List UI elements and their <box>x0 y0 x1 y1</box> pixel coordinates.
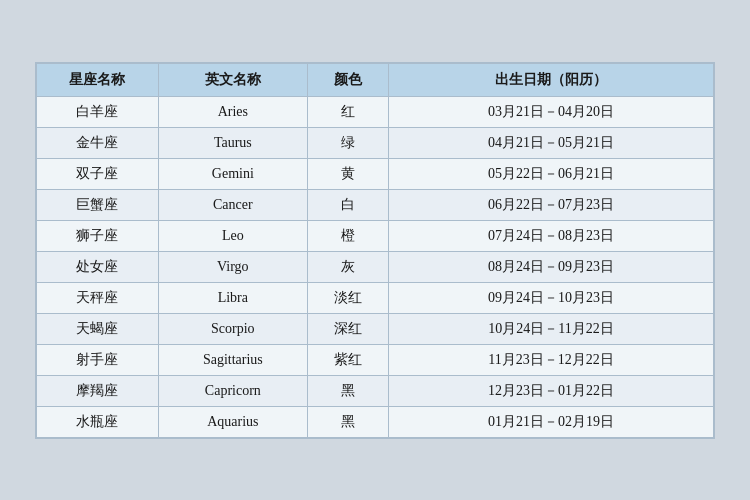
table-row: 金牛座Taurus绿04月21日－05月21日 <box>37 127 714 158</box>
cell-chinese: 天秤座 <box>37 282 159 313</box>
cell-chinese: 射手座 <box>37 344 159 375</box>
cell-english: Gemini <box>158 158 307 189</box>
cell-date: 07月24日－08月23日 <box>389 220 714 251</box>
header-date: 出生日期（阳历） <box>389 63 714 96</box>
table-row: 射手座Sagittarius紫红11月23日－12月22日 <box>37 344 714 375</box>
cell-color: 黑 <box>307 406 388 437</box>
cell-chinese: 白羊座 <box>37 96 159 127</box>
cell-color: 橙 <box>307 220 388 251</box>
cell-date: 12月23日－01月22日 <box>389 375 714 406</box>
table-row: 水瓶座Aquarius黑01月21日－02月19日 <box>37 406 714 437</box>
cell-color: 红 <box>307 96 388 127</box>
cell-date: 09月24日－10月23日 <box>389 282 714 313</box>
cell-chinese: 双子座 <box>37 158 159 189</box>
zodiac-table: 星座名称 英文名称 颜色 出生日期（阳历） 白羊座Aries红03月21日－04… <box>36 63 714 438</box>
cell-english: Scorpio <box>158 313 307 344</box>
cell-color: 黑 <box>307 375 388 406</box>
table-row: 巨蟹座Cancer白06月22日－07月23日 <box>37 189 714 220</box>
cell-date: 10月24日－11月22日 <box>389 313 714 344</box>
cell-english: Virgo <box>158 251 307 282</box>
header-english: 英文名称 <box>158 63 307 96</box>
zodiac-table-container: 星座名称 英文名称 颜色 出生日期（阳历） 白羊座Aries红03月21日－04… <box>35 62 715 439</box>
cell-chinese: 天蝎座 <box>37 313 159 344</box>
cell-color: 深红 <box>307 313 388 344</box>
table-row: 狮子座Leo橙07月24日－08月23日 <box>37 220 714 251</box>
cell-date: 05月22日－06月21日 <box>389 158 714 189</box>
cell-color: 紫红 <box>307 344 388 375</box>
header-color: 颜色 <box>307 63 388 96</box>
table-row: 白羊座Aries红03月21日－04月20日 <box>37 96 714 127</box>
cell-english: Taurus <box>158 127 307 158</box>
cell-chinese: 水瓶座 <box>37 406 159 437</box>
cell-date: 01月21日－02月19日 <box>389 406 714 437</box>
table-row: 双子座Gemini黄05月22日－06月21日 <box>37 158 714 189</box>
cell-chinese: 摩羯座 <box>37 375 159 406</box>
cell-chinese: 巨蟹座 <box>37 189 159 220</box>
table-row: 天秤座Libra淡红09月24日－10月23日 <box>37 282 714 313</box>
cell-english: Cancer <box>158 189 307 220</box>
cell-chinese: 金牛座 <box>37 127 159 158</box>
table-row: 天蝎座Scorpio深红10月24日－11月22日 <box>37 313 714 344</box>
table-row: 摩羯座Capricorn黑12月23日－01月22日 <box>37 375 714 406</box>
cell-date: 08月24日－09月23日 <box>389 251 714 282</box>
cell-date: 11月23日－12月22日 <box>389 344 714 375</box>
cell-english: Libra <box>158 282 307 313</box>
cell-color: 白 <box>307 189 388 220</box>
cell-color: 黄 <box>307 158 388 189</box>
table-row: 处女座Virgo灰08月24日－09月23日 <box>37 251 714 282</box>
table-header-row: 星座名称 英文名称 颜色 出生日期（阳历） <box>37 63 714 96</box>
cell-english: Aries <box>158 96 307 127</box>
cell-color: 绿 <box>307 127 388 158</box>
cell-date: 03月21日－04月20日 <box>389 96 714 127</box>
cell-chinese: 狮子座 <box>37 220 159 251</box>
cell-english: Leo <box>158 220 307 251</box>
cell-color: 灰 <box>307 251 388 282</box>
header-chinese: 星座名称 <box>37 63 159 96</box>
cell-date: 04月21日－05月21日 <box>389 127 714 158</box>
cell-english: Sagittarius <box>158 344 307 375</box>
cell-chinese: 处女座 <box>37 251 159 282</box>
cell-english: Capricorn <box>158 375 307 406</box>
cell-english: Aquarius <box>158 406 307 437</box>
cell-color: 淡红 <box>307 282 388 313</box>
cell-date: 06月22日－07月23日 <box>389 189 714 220</box>
